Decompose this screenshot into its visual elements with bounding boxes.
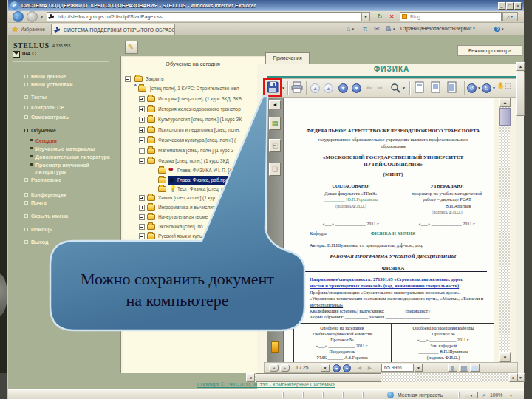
collapse-strip-button[interactable]: ◄	[269, 100, 281, 109]
marker-icon[interactable]	[271, 341, 279, 353]
zoom-level-input[interactable]: 65.99%	[381, 364, 414, 372]
doc-scroll-thumb[interactable]	[499, 108, 511, 126]
collapse-minus-icon[interactable]	[139, 233, 145, 239]
tree-row[interactable]: Русский язык и куль	[8, 232, 257, 242]
command-read-mail[interactable]: ✉	[374, 25, 380, 33]
tree-row[interactable]: Информатика и вычислит	[8, 203, 257, 213]
last-page-button[interactable]: ▼	[352, 83, 361, 93]
tree-row[interactable]: Культурология [спец. полн.] (1 курс ЗК	[8, 115, 257, 125]
expand-plus-icon[interactable]	[139, 96, 145, 102]
fit-page-button[interactable]	[430, 81, 443, 95]
page-list-caret[interactable]: ▼	[321, 364, 330, 372]
document-tab[interactable]: Примечания	[265, 52, 310, 64]
expand-plus-icon[interactable]	[139, 106, 145, 112]
mail-icon[interactable]	[13, 51, 20, 58]
scroll-thumb[interactable]	[516, 72, 525, 116]
scroll-right-button[interactable]: ►	[509, 373, 518, 382]
expand-plus-icon[interactable]	[139, 195, 145, 201]
search-input[interactable]: Bing	[400, 12, 502, 21]
tree-row[interactable]: Математика [спец. полн.] (1 курс З	[8, 146, 257, 156]
close-button[interactable]: ×	[514, 2, 522, 10]
command-help[interactable]: ?▾	[494, 25, 503, 33]
status-zoom-level[interactable]: 100%	[490, 392, 502, 398]
select-tool-button[interactable]: ⬚	[505, 82, 511, 89]
next-page-button[interactable]: ▼	[338, 83, 348, 93]
command-safety[interactable]: Безопасность▾	[423, 26, 458, 31]
back-button[interactable]: ←	[13, 11, 24, 22]
first-page-button[interactable]: ▲	[310, 83, 320, 93]
zoom-tool-button[interactable]	[390, 83, 400, 95]
search-button[interactable]: ⌕▼	[502, 12, 518, 21]
tree-row[interactable]: Психология и педагогика [спец. полн.	[8, 126, 257, 135]
tree-row[interactable]: Немецкий язык [с	[8, 250, 257, 260]
expand-plus-icon[interactable]	[139, 117, 145, 123]
command-print[interactable]: 🖶▾	[385, 25, 395, 33]
stop-button[interactable]: ✕	[386, 12, 397, 21]
scroll-left-button[interactable]: ◄	[246, 373, 255, 382]
view-back-icon[interactable]: ⇐	[366, 84, 372, 92]
address-input[interactable]: http://stellus.rgotups.ru/?discipl/Start…	[47, 12, 370, 21]
command-home[interactable]: ⌂▾	[347, 25, 354, 33]
tree-row[interactable]: ❤Глава: ФИЗИКА УЧ. П. [АВ-ИА] (	[8, 166, 257, 176]
favorites-button[interactable]: Избранное	[21, 27, 45, 32]
command-tools[interactable]: Сервис▾	[454, 26, 475, 31]
recent-pages-caret[interactable]: ▼	[40, 15, 44, 19]
tree-row[interactable]: История железнодорожного транспор	[8, 105, 257, 115]
expand-plus-icon[interactable]	[139, 205, 145, 211]
last-page-round-button[interactable]: ▾	[343, 364, 351, 372]
rotate-left-button[interactable]: ↺	[467, 83, 477, 93]
zoom-100-button[interactable]	[414, 81, 427, 95]
collapse-minus-icon[interactable]	[139, 137, 145, 143]
tree-row[interactable]: Экономика [спец. по	[8, 222, 257, 232]
tree-row[interactable]: ⬑[спец-полн], 1 КУРС: Строительство жел	[8, 84, 257, 94]
collapse-minus-icon[interactable]	[125, 76, 131, 82]
rotate-right-caret[interactable]: ▼	[492, 86, 496, 90]
rotate-right-button[interactable]: ↻	[482, 83, 491, 93]
expand-plus-icon[interactable]	[139, 127, 145, 133]
tree-row[interactable]: История [спец-полн], (1 курс ЗКД, ЗКВ	[8, 95, 257, 104]
tree-row[interactable]: Начертательная геоме	[8, 213, 257, 222]
collapse-minus-icon[interactable]	[139, 148, 145, 154]
zoom-options-caret[interactable]: ▼	[509, 393, 513, 398]
print-button[interactable]	[291, 81, 304, 95]
active-tab[interactable]: СИСТЕМА ПОДДЕРЖКИ ОТКРЫТОГО ОБРАЗОВАНИ..…	[51, 24, 175, 35]
book-view-button[interactable]	[470, 364, 480, 372]
refresh-button[interactable]: ↻	[375, 12, 385, 21]
collapse-minus-icon[interactable]	[139, 158, 145, 164]
rotate-left-caret[interactable]: ▼	[477, 86, 481, 90]
fit-width-button[interactable]	[446, 81, 460, 95]
tree-row[interactable]: Закрыть	[8, 75, 257, 84]
document-scrollbar[interactable]: ▲ ▼	[499, 98, 510, 362]
mail-counter[interactable]: 0/4 С	[22, 50, 36, 57]
view-mode-button[interactable]: Режим просмотра	[457, 45, 522, 56]
forward-button[interactable]: →	[27, 11, 38, 22]
next-page-round-button[interactable]: ▾	[332, 364, 341, 372]
first-page-button[interactable]: ◂	[269, 364, 279, 372]
pages-panel-button[interactable]: ▤	[269, 117, 281, 130]
layers-button[interactable]: ❏	[269, 163, 281, 176]
hand-tool-button[interactable]: ✋	[497, 82, 505, 89]
collapse-minus-icon[interactable]	[139, 214, 145, 220]
doc-scroll-up-button[interactable]: ▲	[499, 98, 511, 107]
prev-page-button[interactable]: ▲	[324, 83, 333, 93]
horizontal-scroll-thumb[interactable]	[256, 373, 381, 382]
collapse-minus-icon[interactable]	[139, 224, 145, 230]
favorites-star-icon[interactable]: ★	[12, 25, 18, 33]
minimize-button[interactable]: _	[498, 2, 505, 10]
scroll-up-button[interactable]: ▲	[516, 62, 525, 71]
single-page-view-button[interactable]	[448, 364, 457, 372]
copyright-link[interactable]: Copyright © 1991-2011, «Стэл - Компьютер…	[82, 382, 450, 387]
browser-scrollbar[interactable]: ▲ ▼	[516, 62, 524, 382]
doc-scroll-down-button[interactable]: ▼	[499, 352, 511, 362]
collapse-menu-button[interactable]: ✎	[125, 41, 138, 54]
horizontal-scrollbar[interactable]: ◄ ►	[246, 373, 518, 382]
tree-row[interactable]: Физика [спец. полн.] (1 курс ЗКД	[8, 157, 257, 166]
zone-options-button[interactable]: ▼	[465, 392, 478, 398]
history-back-icon[interactable]: ◄	[356, 364, 363, 372]
view-forward-icon[interactable]: ⇒	[377, 84, 383, 92]
address-dropdown-button[interactable]: ▾	[361, 12, 370, 21]
maximize-button[interactable]: □	[506, 2, 514, 10]
tree-row[interactable]: Химия [спец.-полн.] (1 кур	[8, 194, 257, 203]
history-forward-icon[interactable]: ►	[366, 364, 373, 372]
tree-row[interactable]: Физическая культура [спец. полн.] (	[8, 136, 257, 146]
